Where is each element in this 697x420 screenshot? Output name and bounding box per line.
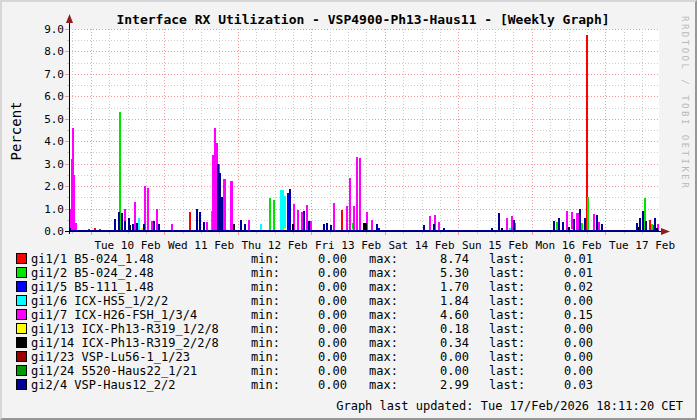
data-spike — [573, 219, 575, 231]
legend-row: gi1/23 VSP-Lu56-1_1/23min:0.00max:0.00la… — [2, 350, 697, 364]
data-spike — [601, 224, 603, 231]
data-spike — [121, 213, 123, 231]
data-spike — [581, 223, 583, 231]
legend-series-name: gi1/14 ICX-Ph13-R319_2/2/8 — [31, 336, 219, 350]
legend-last-value: 0.00 — [533, 322, 593, 336]
data-spike — [491, 228, 493, 231]
data-spike — [114, 219, 116, 231]
legend-last-label: last: — [489, 294, 525, 308]
legend-series-name: gi1/2 B5-024_2.48 — [31, 266, 154, 280]
data-spike — [333, 203, 335, 231]
legend-color-swatch — [16, 365, 27, 376]
data-spike — [330, 225, 332, 231]
data-spike — [587, 197, 589, 231]
legend-min-label: min: — [251, 322, 280, 336]
data-spike — [292, 224, 294, 231]
legend-color-swatch — [16, 337, 27, 348]
data-spike — [75, 223, 77, 231]
legend-max-value: 1.84 — [409, 294, 469, 308]
legend-max-value: 8.74 — [409, 252, 469, 266]
data-spike — [136, 223, 138, 231]
data-spike — [438, 222, 440, 231]
legend-last-label: last: — [489, 350, 525, 364]
legend-row: gi1/7 ICX-H26-FSH_1/3/4min:0.00max:4.60l… — [2, 308, 697, 322]
legend-last-value: 0.00 — [533, 364, 593, 378]
y-tick-label: 6.0 — [4, 90, 64, 103]
data-spike — [269, 198, 271, 231]
legend-color-swatch — [16, 295, 27, 306]
legend-min-label: min: — [251, 280, 280, 294]
data-spike — [73, 175, 75, 231]
data-spike — [639, 218, 641, 231]
legend-max-label: max: — [369, 294, 398, 308]
legend-min-value: 0.00 — [287, 266, 347, 280]
data-spike — [128, 218, 130, 231]
legend-color-swatch — [16, 281, 27, 292]
data-spike — [511, 216, 513, 231]
data-spike — [147, 188, 149, 231]
data-spike — [571, 212, 573, 231]
legend-last-value: 0.03 — [533, 378, 593, 392]
legend-min-label: min: — [251, 378, 280, 392]
data-spike — [359, 158, 361, 231]
legend-last-label: last: — [489, 280, 525, 294]
data-spike — [498, 213, 500, 231]
data-spike — [289, 189, 291, 231]
y-tick-label: 0.0 — [4, 225, 64, 238]
data-spike — [221, 197, 223, 231]
legend-color-swatch — [16, 267, 27, 278]
data-spike — [124, 221, 126, 231]
legend-last-label: last: — [489, 252, 525, 266]
legend-min-label: min: — [251, 266, 280, 280]
legend-min-label: min: — [251, 364, 280, 378]
data-spike — [353, 206, 355, 231]
data-spike — [371, 220, 373, 231]
data-spike — [513, 220, 515, 231]
data-spike — [576, 213, 579, 231]
data-spike — [118, 212, 120, 231]
legend-min-value: 0.00 — [287, 350, 347, 364]
legend-series-name: gi1/7 ICX-H26-FSH_1/3/4 — [31, 308, 197, 322]
legend-last-value: 0.00 — [533, 294, 593, 308]
legend-min-label: min: — [251, 294, 280, 308]
data-spike — [566, 211, 568, 231]
data-spike — [562, 222, 564, 231]
legend-max-label: max: — [369, 364, 398, 378]
legend-color-swatch — [16, 323, 27, 334]
legend-color-swatch — [16, 351, 27, 362]
data-spike — [203, 222, 205, 231]
legend-max-value: 1.70 — [409, 280, 469, 294]
legend-last-value: 0.00 — [533, 336, 593, 350]
data-spike — [244, 224, 246, 231]
data-spike — [636, 223, 638, 231]
legend-min-value: 0.00 — [287, 280, 347, 294]
data-spike — [423, 225, 425, 231]
legend-row: gi1/1 B5-024_1.48min:0.00max:8.74last:0.… — [2, 252, 697, 266]
legend-series-name: gi1/23 VSP-Lu56-1_1/23 — [31, 350, 190, 364]
legend-series-name: gi1/24 5520-Haus22_1/21 — [31, 364, 197, 378]
legend-max-label: max: — [369, 252, 398, 266]
data-spike — [153, 221, 155, 231]
legend-last-value: 0.02 — [533, 280, 593, 294]
data-spike — [156, 209, 158, 231]
data-spike — [171, 224, 173, 231]
data-spike — [579, 209, 581, 231]
data-spike — [346, 206, 348, 231]
legend-min-value: 0.00 — [287, 378, 347, 392]
legend-max-value: 0.00 — [409, 350, 469, 364]
data-spike — [593, 214, 595, 231]
data-spike — [326, 223, 328, 231]
data-spike — [506, 218, 508, 231]
legend-last-value: 0.01 — [533, 252, 593, 266]
legend-min-value: 0.00 — [287, 364, 347, 378]
data-spike — [134, 202, 136, 231]
legend-min-value: 0.00 — [287, 294, 347, 308]
data-spike — [230, 181, 233, 232]
legend-row: gi1/6 ICX-HS5_1/2/2min:0.00max:1.84last:… — [2, 294, 697, 308]
data-spike — [280, 190, 284, 231]
y-tick-label: 7.0 — [4, 68, 64, 81]
legend-row: gi1/14 ICX-Ph13-R319_2/2/8min:0.00max:0.… — [2, 336, 697, 350]
legend-color-swatch — [16, 379, 27, 390]
data-spike — [196, 209, 198, 231]
legend-max-value: 0.00 — [409, 364, 469, 378]
